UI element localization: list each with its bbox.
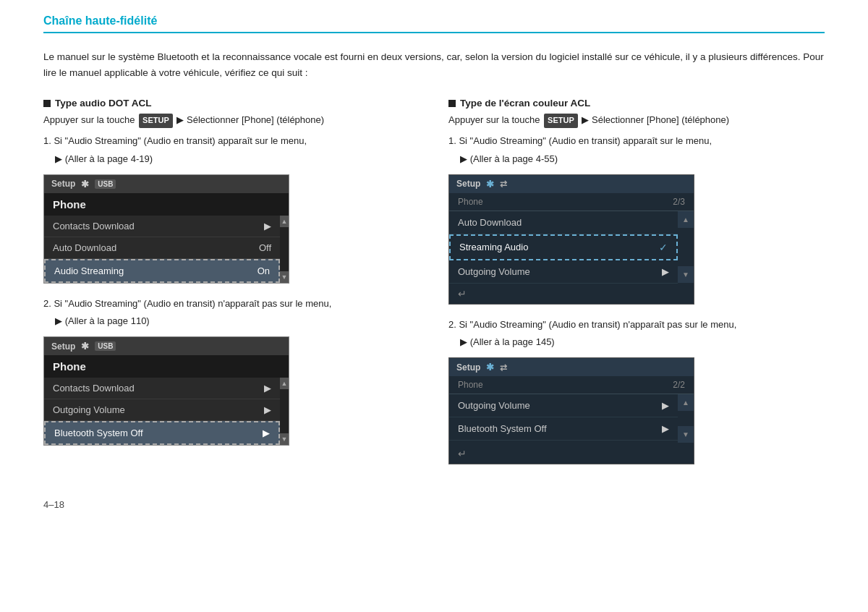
right-screen2-title: Setup (456, 362, 480, 373)
chapter-title: Chaîne haute-fidélité (43, 14, 825, 27)
scroll-down-button[interactable]: ▼ (280, 271, 289, 283)
page-number2: 2/2 (673, 380, 685, 390)
right-screen1-body: Auto Download Streaming Audio ✓ Outgoing… (449, 211, 694, 284)
color-scroll-bar: ▲ ▼ (678, 211, 694, 284)
page-header: Chaîne haute-fidélité (43, 14, 825, 33)
arrow-bullet-icon4: ▶ (460, 336, 467, 347)
left-screen1-title: Setup (51, 179, 75, 189)
right-point1-intro: 1. Si "Audio Streaming" (Audio en transi… (448, 134, 825, 149)
color-scroll-down2[interactable]: ▼ (678, 426, 694, 443)
left-point2-intro: 2. Si "Audio Streaming" (Audio en transi… (43, 297, 420, 312)
bluetooth-color-icon2: ✱ (486, 362, 494, 373)
scroll-up-button2[interactable]: ▲ (280, 378, 289, 389)
page-number: 2/3 (673, 197, 685, 207)
check-icon: ✓ (659, 242, 668, 253)
setup-badge-left1: SETUP (139, 114, 173, 128)
back-button2[interactable]: ↵ (458, 448, 467, 459)
usb-badge2: USB (95, 341, 116, 351)
right-screen2-phone: Phone 2/2 (449, 376, 694, 394)
color-scroll-up2[interactable]: ▲ (678, 394, 694, 412)
usb-badge: USB (95, 179, 116, 189)
right-screen1: Setup ✱ ⇄ Phone 2/3 Auto Download Stream… (448, 174, 694, 305)
right-point2-intro: 2. Si "Audio Streaming" (Audio en transi… (448, 318, 825, 333)
left-screen2-header: Setup ✱ USB (44, 337, 289, 355)
left-screen1-header: Setup ✱ USB (44, 175, 289, 193)
arrow-bullet-icon: ▶ (55, 153, 62, 164)
left-screen2-rows: Contacts Download ▶ Outgoing Volume ▶ Bl… (44, 378, 280, 445)
main-content: Type audio DOT ACL Appuyer sur la touche… (43, 98, 825, 477)
left-screen1: Setup ✱ USB Phone Contacts Download ▶ Au… (43, 174, 289, 284)
right-screen2-header: Setup ✱ ⇄ (449, 358, 694, 376)
table-row: Auto Download (449, 211, 678, 234)
left-screen2: Setup ✱ USB Phone Contacts Download ▶ Ou… (43, 336, 289, 446)
scroll-up-button[interactable]: ▲ (280, 216, 289, 227)
right-section-title: Type de l'écran couleur ACL (448, 98, 825, 109)
table-row: Contacts Download ▶ (44, 216, 280, 237)
right-screen1-rows: Auto Download Streaming Audio ✓ Outgoing… (449, 211, 678, 284)
table-row: Bluetooth System Off ▶ (449, 417, 678, 441)
right-screen2-body: Outgoing Volume ▶ Bluetooth System Off ▶… (449, 394, 694, 443)
right-column: Type de l'écran couleur ACL Appuyer sur … (448, 98, 825, 477)
right-screen1-phone: Phone 2/3 (449, 193, 694, 211)
bluetooth-color-icon: ✱ (486, 179, 494, 190)
right-screen2-footer: ↵ (449, 443, 694, 464)
table-row: Outgoing Volume ▶ (449, 260, 678, 284)
header-divider (43, 32, 825, 33)
bluetooth-icon2: ✱ (81, 341, 89, 352)
right-instruction: Appuyer sur la touche SETUP ▶ Sélectionn… (448, 113, 825, 128)
bluetooth-icon: ✱ (81, 179, 89, 190)
table-row: Outgoing Volume ▶ (449, 394, 678, 417)
scroll-bar2: ▲ ▼ (280, 378, 289, 445)
right-screen2-rows: Outgoing Volume ▶ Bluetooth System Off ▶ (449, 394, 678, 443)
right-screen1-footer: ↵ (449, 284, 694, 304)
usb-color-icon: ⇄ (500, 179, 507, 189)
left-screen1-body: Contacts Download ▶ Auto Download Off Au… (44, 216, 289, 283)
left-point1-intro: 1. Si "Audio Streaming" (Audio en transi… (43, 134, 420, 149)
left-section-title: Type audio DOT ACL (43, 98, 420, 109)
table-row: Outgoing Volume ▶ (44, 399, 280, 421)
bullet-icon (43, 100, 51, 107)
right-screen1-header: Setup ✱ ⇄ (449, 175, 694, 193)
usb-color-icon2: ⇄ (500, 362, 507, 373)
right-point2-arrow: ▶ (Aller à la page 145) (448, 335, 825, 350)
left-point2-arrow: ▶ (Aller à la page 110) (43, 314, 420, 329)
table-row: Auto Download Off (44, 237, 280, 259)
color-scroll-up[interactable]: ▲ (678, 211, 694, 229)
setup-badge-right1: SETUP (544, 114, 578, 128)
right-screen2: Setup ✱ ⇄ Phone 2/2 Outgoing Volume ▶ Bl… (448, 357, 694, 464)
left-screen1-section: Phone (44, 193, 289, 216)
arrow-bullet-icon2: ▶ (55, 315, 62, 326)
table-row: Contacts Download ▶ (44, 378, 280, 399)
back-button[interactable]: ↵ (458, 288, 467, 299)
right-point1-arrow: ▶ (Aller à la page 4-55) (448, 152, 825, 167)
left-screen2-section: Phone (44, 355, 289, 378)
intro-paragraph: Le manuel sur le système Bluetooth et la… (43, 49, 825, 80)
arrow-bullet-icon3: ▶ (460, 153, 467, 164)
left-screen2-title: Setup (51, 341, 75, 352)
table-row-selected: Streaming Audio ✓ (449, 234, 678, 260)
scroll-bar: ▲ ▼ (280, 216, 289, 283)
scroll-down-button2[interactable]: ▼ (280, 433, 289, 445)
table-row-active: Audio Streaming On (44, 259, 280, 283)
color-scroll-bar2: ▲ ▼ (678, 394, 694, 443)
table-row-active: Bluetooth System Off ▶ (44, 421, 280, 445)
left-instruction: Appuyer sur la touche SETUP ▶ Sélectionn… (43, 113, 420, 128)
right-screen1-title: Setup (456, 179, 480, 189)
left-point1-arrow: ▶ (Aller à la page 4-19) (43, 152, 420, 167)
left-column: Type audio DOT ACL Appuyer sur la touche… (43, 98, 420, 477)
color-scroll-down[interactable]: ▼ (678, 266, 694, 284)
bullet-icon2 (448, 100, 456, 107)
left-screen2-body: Contacts Download ▶ Outgoing Volume ▶ Bl… (44, 378, 289, 445)
page-number-footer: 4–18 (43, 499, 825, 510)
left-screen1-rows: Contacts Download ▶ Auto Download Off Au… (44, 216, 280, 283)
